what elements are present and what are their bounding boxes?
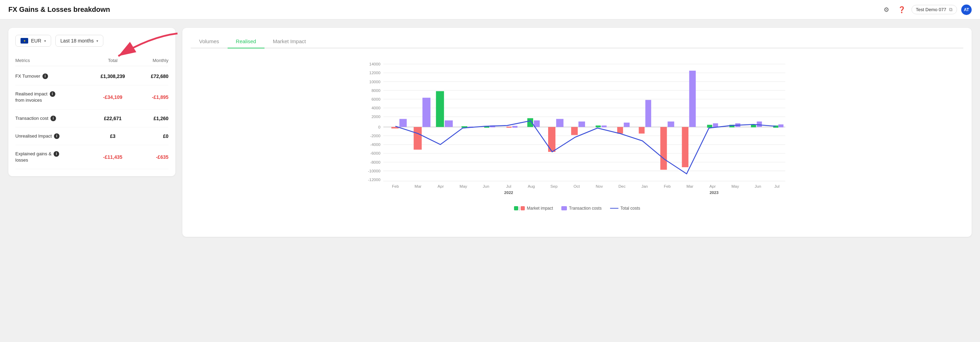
filters-row: EUR ▾ Last 18 months ▾ bbox=[15, 35, 169, 47]
info-icon-unrealised[interactable]: i bbox=[54, 133, 59, 139]
top-bar: FX Gains & Losses breakdown ⚙ ❓ Test Dem… bbox=[0, 0, 980, 19]
page-title: FX Gains & Losses breakdown bbox=[8, 6, 110, 14]
total-costs-line bbox=[395, 121, 776, 174]
period-dropdown[interactable]: Last 18 months ▾ bbox=[55, 35, 104, 47]
legend-row: | Market impact Transaction costs Total … bbox=[191, 206, 963, 211]
svg-text:8000: 8000 bbox=[371, 88, 380, 93]
legend-label-transaction-costs: Transaction costs bbox=[569, 206, 602, 211]
bar-mar-trans bbox=[423, 98, 431, 127]
x-label-nov22: Nov bbox=[596, 184, 603, 189]
metric-label-text: Realised impactfrom invoices bbox=[15, 91, 48, 103]
bar-jul23-trans bbox=[778, 124, 784, 127]
metric-label-fx-turnover: FX Turnover i bbox=[15, 73, 92, 79]
legend-total-costs: Total costs bbox=[610, 206, 640, 211]
svg-text:0: 0 bbox=[378, 125, 380, 129]
bar-jan-market-neg bbox=[639, 127, 644, 134]
year-label-2022: 2022 bbox=[504, 190, 513, 195]
currency-dropdown[interactable]: EUR ▾ bbox=[15, 35, 51, 47]
x-label-feb22: Feb bbox=[392, 184, 399, 189]
metric-row-unrealised: Unrealised Impact i £3 £0 bbox=[15, 128, 169, 145]
metric-label-text: Explained gains &losses bbox=[15, 151, 51, 163]
bar-jan-trans bbox=[645, 100, 651, 127]
info-icon-explained[interactable]: i bbox=[54, 151, 59, 157]
bar-oct-market-neg bbox=[571, 127, 578, 135]
bar-apr23-trans bbox=[713, 123, 718, 127]
x-label-may22: May bbox=[460, 184, 468, 189]
bar-apr23-market bbox=[707, 125, 713, 128]
bar-jun23-trans bbox=[757, 121, 762, 127]
metric-total-realised: -£34,109 bbox=[92, 94, 134, 100]
currency-chevron-icon: ▾ bbox=[44, 39, 46, 43]
settings-button[interactable]: ⚙ bbox=[881, 4, 892, 15]
svg-text:-2000: -2000 bbox=[370, 134, 381, 138]
bar-feb-trans bbox=[399, 119, 407, 127]
svg-text:-12000: -12000 bbox=[368, 177, 380, 182]
bar-mar23-trans bbox=[689, 71, 696, 127]
bar-mar23-market-neg bbox=[682, 127, 688, 168]
metric-total-explained: -£11,435 bbox=[92, 154, 134, 160]
x-label-may23: May bbox=[732, 184, 739, 189]
eur-flag-icon bbox=[21, 38, 28, 43]
x-label-apr22: Apr bbox=[438, 184, 444, 189]
col-metrics: Metrics bbox=[15, 58, 92, 63]
metric-row-realised-impact: Realised impactfrom invoices i -£34,109 … bbox=[15, 85, 169, 109]
bar-feb23-market-neg bbox=[660, 127, 667, 170]
x-label-aug22: Aug bbox=[528, 184, 535, 189]
metric-total-fx-turnover: £1,308,239 bbox=[92, 74, 134, 79]
bar-feb23-trans bbox=[668, 121, 674, 127]
metric-label-realised-impact: Realised impactfrom invoices i bbox=[15, 91, 92, 104]
metric-label-text: FX Turnover bbox=[15, 73, 40, 79]
x-label-mar23: Mar bbox=[687, 184, 694, 189]
right-panel: Volumes Realised Market Impact .axis-lab… bbox=[182, 28, 972, 237]
avatar: AT bbox=[961, 5, 972, 15]
top-bar-actions: ⚙ ❓ Test Demo 077 ⧉ AT bbox=[881, 4, 972, 15]
year-label-2023: 2023 bbox=[710, 190, 719, 195]
period-chevron-icon: ▾ bbox=[96, 39, 98, 43]
x-label-mar22: Mar bbox=[414, 184, 422, 189]
bar-apr-trans bbox=[445, 120, 453, 127]
svg-text:-4000: -4000 bbox=[370, 142, 381, 147]
copy-icon: ⧉ bbox=[949, 6, 953, 13]
x-label-apr23: Apr bbox=[710, 184, 716, 189]
svg-text:-6000: -6000 bbox=[370, 151, 381, 155]
bar-nov-trans bbox=[601, 125, 606, 127]
bar-apr-market-pos bbox=[436, 91, 444, 127]
tab-market-impact[interactable]: Market Impact bbox=[264, 35, 314, 48]
chart-area: .axis-label { font-size: 11px; fill: #88… bbox=[191, 57, 963, 203]
legend-line-blue bbox=[610, 208, 619, 209]
bar-dec-trans bbox=[624, 123, 630, 127]
svg-text:10000: 10000 bbox=[369, 80, 380, 84]
x-label-dec22: Dec bbox=[619, 184, 626, 189]
metric-total-unrealised: £3 bbox=[92, 133, 134, 139]
legend-transaction-costs: Transaction costs bbox=[562, 206, 602, 211]
col-total: Total bbox=[92, 58, 134, 63]
x-label-oct22: Oct bbox=[574, 184, 580, 189]
help-button[interactable]: ❓ bbox=[896, 4, 907, 15]
x-label-jan23: Jan bbox=[641, 184, 648, 189]
bar-mar-market-neg bbox=[414, 127, 422, 150]
main-content: EUR ▾ Last 18 months ▾ Metrics Total Mon… bbox=[0, 19, 980, 245]
x-label-sep22: Sep bbox=[550, 184, 558, 189]
legend-market-impact: | Market impact bbox=[514, 206, 553, 211]
metrics-header: Metrics Total Monthly bbox=[15, 55, 169, 66]
info-icon-realised[interactable]: i bbox=[50, 91, 55, 97]
user-chip[interactable]: Test Demo 077 ⧉ bbox=[912, 5, 957, 14]
left-panel: EUR ▾ Last 18 months ▾ Metrics Total Mon… bbox=[8, 28, 175, 176]
x-label-jun23: Jun bbox=[754, 184, 761, 189]
tab-volumes[interactable]: Volumes bbox=[191, 35, 228, 48]
legend-label-total-costs: Total costs bbox=[620, 206, 640, 211]
x-label-feb23: Feb bbox=[663, 184, 671, 189]
legend-label-market-impact: Market impact bbox=[527, 206, 553, 211]
tabs-row: Volumes Realised Market Impact bbox=[191, 35, 963, 48]
legend-swatch-purple bbox=[562, 206, 567, 210]
metric-label-text: Unrealised Impact bbox=[15, 133, 52, 139]
bar-dec-market-neg bbox=[617, 127, 623, 134]
svg-text:2000: 2000 bbox=[371, 115, 380, 119]
period-label: Last 18 months bbox=[60, 38, 94, 43]
bar-nov-market bbox=[596, 125, 601, 127]
svg-text:4000: 4000 bbox=[371, 106, 380, 110]
metric-row-transaction-cost: Transaction cost i £22,671 £1,260 bbox=[15, 110, 169, 128]
tab-realised[interactable]: Realised bbox=[228, 35, 264, 48]
info-icon-transaction[interactable]: i bbox=[51, 116, 56, 121]
info-icon-fx-turnover[interactable]: i bbox=[43, 74, 48, 79]
